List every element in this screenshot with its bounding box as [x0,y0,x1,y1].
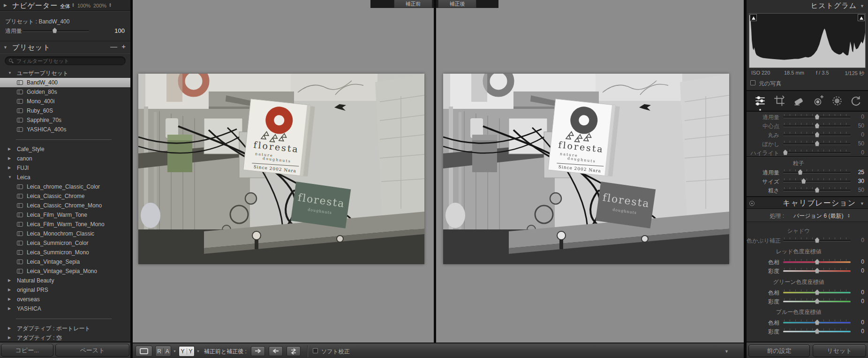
slider-track[interactable] [783,143,851,145]
preset-group-adaptive-sky[interactable]: ▶アダプティブ : 空 [0,333,130,341]
amount-slider-thumb[interactable] [52,28,57,33]
before-after-split-button[interactable]: YY [179,346,195,357]
zoom-updown-icon[interactable] [109,3,112,8]
preset-group-adaptive-portrait[interactable]: ▶アダプティブ : ポートレート [0,324,130,333]
preset-item[interactable]: Leica_Classic_Chrome_Mono [0,201,130,210]
slider-track[interactable] [783,125,851,127]
slider-thumb[interactable] [815,141,820,146]
heal-icon[interactable] [793,95,805,107]
dropdown-arrow-icon[interactable]: ▼ [173,350,176,353]
preset-item[interactable]: Leica_Vintage_Sepia [0,257,130,267]
preset-item[interactable]: Leica_Film_Warm_Tone_Mono [0,220,130,229]
panel-collapse-icon[interactable]: ▾ [60,336,62,341]
slider-thumb[interactable] [801,178,806,184]
dropdown-arrow-icon[interactable]: ▼ [196,350,200,353]
preset-group[interactable]: ▶FUJI [0,163,130,173]
copy-after-to-before-button[interactable] [269,346,283,356]
histogram[interactable] [749,13,866,68]
slider-track[interactable] [783,322,851,323]
original-photo-checkbox[interactable] [750,80,755,85]
slider-track[interactable] [783,301,851,302]
slider-thumb[interactable] [815,320,820,325]
slider-thumb[interactable] [815,259,820,265]
edit-icon[interactable] [754,95,766,107]
process-version-select[interactable]: バージョン 6 (最新) [793,212,843,220]
presets-panel-header[interactable]: ▼ プリセット — + [0,41,130,53]
preset-group[interactable]: ▶Cafe_Style [0,145,130,154]
slider-thumb[interactable] [815,123,820,129]
preset-group-leica[interactable]: ▼Leica [0,173,130,182]
preset-item[interactable]: Golden_80s [0,87,130,97]
copy-before-to-after-button[interactable] [251,346,265,356]
slider-track[interactable] [783,331,851,332]
preset-group[interactable]: ▶overseas [0,295,130,304]
histogram-header[interactable]: ヒストグラム ▼ [747,0,868,11]
preset-item[interactable]: Leica_chrome_Classic_Color [0,182,130,191]
preset-search-box[interactable] [5,56,126,65]
remove-preset-button[interactable]: — [110,42,117,50]
swap-before-after-button[interactable] [287,346,301,356]
copy-button[interactable]: コピー... [1,344,53,357]
slider-thumb[interactable] [815,328,820,334]
sync-icon[interactable] [850,95,862,107]
navigator-header[interactable]: ▶ ナビゲーター 全体 100% 200% [0,0,130,11]
before-after-lr-button[interactable]: RA [155,346,171,357]
preset-group[interactable]: ▶canon [0,154,130,163]
previous-settings-button[interactable]: 前の設定 [748,344,810,357]
calibration-header[interactable]: キャリブレーション ▼ [747,196,868,209]
preset-item[interactable]: Ruby_60S [0,106,130,115]
slider-thumb[interactable] [815,298,820,304]
slider-track[interactable] [783,292,851,293]
slider-thumb[interactable] [815,187,820,193]
preset-item[interactable]: Leica_Summicron_Mono [0,248,130,257]
preset-item[interactable]: Mono_400i [0,97,130,106]
slider-thumb[interactable] [798,169,803,175]
slider-track[interactable] [783,261,851,263]
slider-track[interactable] [783,172,851,173]
preset-item[interactable]: Leica_Film_Warm_Tone [0,210,130,220]
preset-item-selected[interactable]: BandW_400 [0,78,130,87]
after-photo[interactable]: floresta nature doughnuts Since 2002 Nar… [443,74,729,264]
slider-track[interactable] [783,270,851,272]
preset-group[interactable]: ▶Natural Beauty [0,276,130,285]
preset-item[interactable]: YASHICA_400s [0,125,130,134]
crop-icon[interactable] [773,95,785,107]
before-photo[interactable]: floresta nature doughnuts Since 2002 Nar… [138,74,424,264]
zoom-100[interactable]: 100% [77,3,91,8]
process-updown-icon[interactable] [847,213,850,218]
zoom-fit[interactable]: 全体 [60,3,70,10]
slider-thumb[interactable] [783,150,788,155]
preset-item[interactable]: Sapphire_70s [0,115,130,125]
slider-track[interactable] [783,240,851,241]
slider-thumb[interactable] [815,289,820,295]
panel-toggle-icon[interactable] [749,201,755,206]
reset-button[interactable]: リセット [813,344,866,357]
amount-slider-track[interactable] [23,30,89,31]
preset-group[interactable]: ▶original PRS [0,285,130,295]
add-preset-button[interactable]: + [121,42,126,50]
zoom-200[interactable]: 200% [93,3,106,8]
fit-updown-icon[interactable] [72,3,75,8]
slider-thumb[interactable] [815,114,820,120]
preset-item[interactable]: Leica_Classic_Chrome [0,191,130,201]
preset-item[interactable]: Leica_Vintage_Sepia_Mono [0,267,130,276]
slider-thumb[interactable] [815,132,820,137]
slider-track[interactable] [783,152,851,153]
loupe-view-button[interactable] [136,346,152,357]
slider-thumb[interactable] [815,268,820,274]
masking-icon[interactable] [831,95,843,107]
soft-proof-checkbox[interactable] [313,348,318,353]
slider-track[interactable] [783,190,851,191]
paste-button[interactable]: ペースト [55,344,129,357]
preset-item[interactable]: Leica_Summicron_Color [0,238,130,248]
slider-track[interactable] [783,181,851,182]
preset-group-user[interactable]: ▼ユーザープリセット [0,69,130,78]
preset-search-input[interactable] [16,57,122,65]
slider-track[interactable] [783,116,851,118]
highlight-clipping-indicator[interactable] [858,14,865,21]
red-eye-icon[interactable] [812,95,824,107]
toolbar-options-icon[interactable]: ▼ [725,349,729,354]
slider-thumb[interactable] [815,237,820,243]
preset-item[interactable]: Leica_Monochrom_Classic [0,229,130,238]
slider-track[interactable] [783,134,851,136]
